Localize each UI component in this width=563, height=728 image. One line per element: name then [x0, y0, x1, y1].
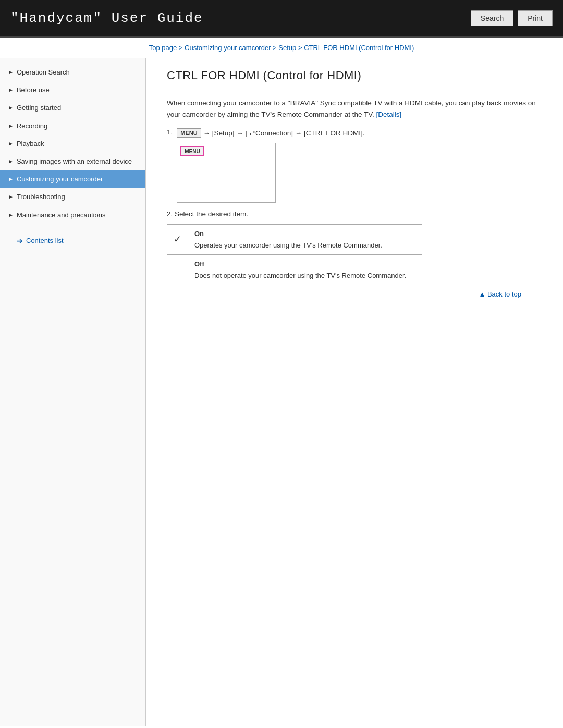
option-off-check	[167, 255, 188, 285]
arrow-icon: ►	[8, 212, 14, 219]
arrow-icon-2: →	[236, 129, 243, 137]
breadcrumb-customizing[interactable]: Customizing your camcorder	[185, 44, 271, 52]
layout: ► Operation Search ► Before use ► Gettin…	[0, 58, 563, 726]
arrow-icon-3: →	[295, 129, 302, 137]
option-on-check: ✓	[167, 225, 188, 255]
arrow-icon: ►	[8, 69, 14, 76]
sidebar-item-getting-started[interactable]: ► Getting started	[0, 99, 145, 117]
arrow-icon: ►	[8, 140, 14, 147]
sidebar-item-maintenance[interactable]: ► Maintenance and precautions	[0, 206, 145, 224]
option-off-row: Off Does not operate your camcorder usin…	[167, 255, 422, 285]
step-1-content: MENU → [Setup] → [ ⇄Connection] → [CTRL …	[177, 128, 364, 203]
breadcrumb-top[interactable]: Top page	[149, 44, 177, 52]
menu-button-image: MENU	[177, 128, 201, 138]
print-button[interactable]: Print	[518, 10, 553, 26]
sidebar-item-before-use[interactable]: ► Before use	[0, 81, 145, 99]
step-2: 2. Select the desired item.	[167, 210, 542, 218]
arrow-icon: ►	[8, 87, 14, 94]
sidebar-item-troubleshooting[interactable]: ► Troubleshooting	[0, 188, 145, 206]
breadcrumb-ctrl-hdmi[interactable]: CTRL FOR HDMI (Control for HDMI)	[304, 44, 414, 52]
step-2-number: 2.	[167, 210, 175, 218]
contents-list-link[interactable]: ➔ Contents list	[8, 231, 137, 250]
sidebar-item-operation-search[interactable]: ► Operation Search	[0, 64, 145, 81]
sidebar-item-saving-images[interactable]: ► Saving images with an external device	[0, 153, 145, 170]
menu-screenshot: MENU	[177, 143, 276, 203]
arrow-icon: ►	[8, 176, 14, 183]
search-button[interactable]: Search	[471, 10, 513, 26]
intro-text: When connecting your camcorder to a "BRA…	[167, 97, 542, 120]
option-off-desc: Does not operate your camcorder using th…	[194, 270, 415, 281]
options-table: ✓ On Operates your camcorder using the T…	[167, 224, 422, 285]
header: "Handycam" User Guide Search Print	[0, 0, 563, 38]
sidebar: ► Operation Search ► Before use ► Gettin…	[0, 58, 146, 726]
page-title: CTRL FOR HDMI (Control for HDMI)	[167, 69, 542, 88]
option-on-content: On Operates your camcorder using the TV'…	[188, 225, 422, 255]
arrow-icon: ►	[8, 158, 14, 165]
connection-label: [ ⇄Connection]	[245, 129, 293, 137]
arrow-icon-1: →	[203, 129, 210, 137]
option-on-desc: Operates your camcorder using the TV's R…	[194, 240, 415, 251]
sidebar-item-recording[interactable]: ► Recording	[0, 117, 145, 135]
header-buttons: Search Print	[471, 10, 553, 26]
sidebar-item-customizing[interactable]: ► Customizing your camcorder	[0, 170, 145, 188]
breadcrumb: Top page > Customizing your camcorder > …	[0, 38, 563, 58]
option-on-name: On	[194, 229, 415, 239]
contents-arrow-icon: ➔	[17, 237, 23, 245]
arrow-icon: ►	[8, 122, 14, 130]
step-1: 1. MENU → [Setup] → [ ⇄Connection] → [CT…	[167, 128, 542, 203]
main-content: CTRL FOR HDMI (Control for HDMI) When co…	[146, 58, 563, 726]
option-off-name: Off	[194, 259, 415, 269]
back-to-top-link[interactable]: ▲ Back to top	[479, 290, 521, 298]
details-link[interactable]: [Details]	[376, 110, 402, 118]
arrow-icon: ►	[8, 193, 14, 201]
setup-label: [Setup]	[212, 129, 235, 137]
arrow-icon: ►	[8, 104, 14, 112]
ctrl-hdmi-label: [CTRL FOR HDMI].	[304, 129, 365, 137]
breadcrumb-setup[interactable]: Setup	[278, 44, 296, 52]
step-1-number: 1.	[167, 128, 173, 136]
back-to-top[interactable]: ▲ Back to top	[167, 285, 542, 303]
step-1-instruction: MENU → [Setup] → [ ⇄Connection] → [CTRL …	[177, 128, 364, 138]
sidebar-item-playback[interactable]: ► Playback	[0, 135, 145, 153]
step-2-instruction: Select the desired item.	[175, 210, 248, 218]
site-title: "Handycam" User Guide	[10, 10, 203, 26]
menu-btn-in-screenshot: MENU	[180, 146, 204, 156]
option-off-content: Off Does not operate your camcorder usin…	[188, 255, 422, 285]
option-on-row: ✓ On Operates your camcorder using the T…	[167, 225, 422, 255]
